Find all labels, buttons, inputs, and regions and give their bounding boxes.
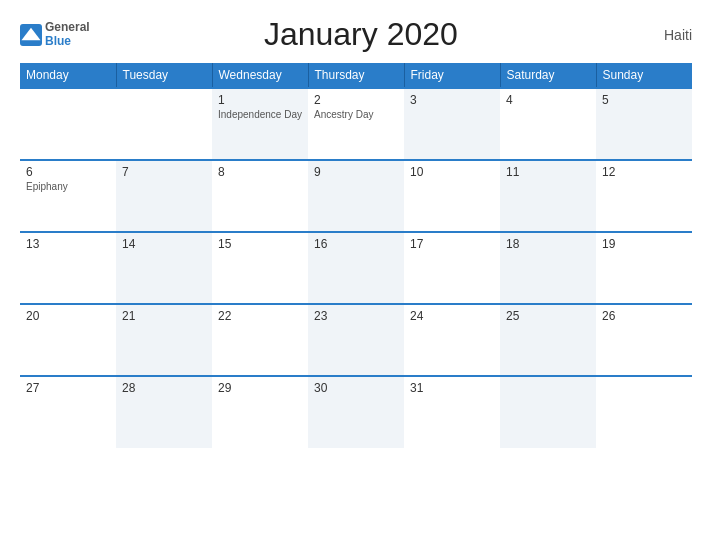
day-header-tuesday: Tuesday bbox=[116, 63, 212, 88]
day-number: 3 bbox=[410, 93, 494, 107]
day-cell bbox=[596, 376, 692, 448]
day-header-thursday: Thursday bbox=[308, 63, 404, 88]
day-number: 5 bbox=[602, 93, 686, 107]
day-cell: 8 bbox=[212, 160, 308, 232]
day-number: 24 bbox=[410, 309, 494, 323]
day-number: 25 bbox=[506, 309, 590, 323]
day-cell: 17 bbox=[404, 232, 500, 304]
day-number: 6 bbox=[26, 165, 110, 179]
day-number: 2 bbox=[314, 93, 398, 107]
day-number: 13 bbox=[26, 237, 110, 251]
month-title: January 2020 bbox=[90, 16, 632, 53]
day-number: 4 bbox=[506, 93, 590, 107]
days-header-row: MondayTuesdayWednesdayThursdayFridaySatu… bbox=[20, 63, 692, 88]
day-number: 21 bbox=[122, 309, 206, 323]
day-number: 17 bbox=[410, 237, 494, 251]
week-row-5: 2728293031 bbox=[20, 376, 692, 448]
day-number: 30 bbox=[314, 381, 398, 395]
day-cell bbox=[116, 88, 212, 160]
day-number: 9 bbox=[314, 165, 398, 179]
day-cell: 10 bbox=[404, 160, 500, 232]
day-number: 22 bbox=[218, 309, 302, 323]
day-cell: 1Independence Day bbox=[212, 88, 308, 160]
day-number: 12 bbox=[602, 165, 686, 179]
day-cell: 15 bbox=[212, 232, 308, 304]
day-cell: 21 bbox=[116, 304, 212, 376]
day-number: 1 bbox=[218, 93, 302, 107]
day-header-friday: Friday bbox=[404, 63, 500, 88]
day-cell: 28 bbox=[116, 376, 212, 448]
day-cell: 19 bbox=[596, 232, 692, 304]
day-number: 8 bbox=[218, 165, 302, 179]
day-number: 7 bbox=[122, 165, 206, 179]
day-header-sunday: Sunday bbox=[596, 63, 692, 88]
day-number: 26 bbox=[602, 309, 686, 323]
day-cell: 22 bbox=[212, 304, 308, 376]
day-cell: 20 bbox=[20, 304, 116, 376]
day-number: 20 bbox=[26, 309, 110, 323]
day-cell: 6Epiphany bbox=[20, 160, 116, 232]
day-number: 19 bbox=[602, 237, 686, 251]
logo-blue-text: Blue bbox=[45, 35, 90, 48]
day-number: 29 bbox=[218, 381, 302, 395]
day-number: 11 bbox=[506, 165, 590, 179]
day-cell: 9 bbox=[308, 160, 404, 232]
day-cell: 4 bbox=[500, 88, 596, 160]
header: General Blue January 2020 Haiti bbox=[20, 16, 692, 53]
day-header-saturday: Saturday bbox=[500, 63, 596, 88]
holiday-label: Epiphany bbox=[26, 181, 110, 192]
day-header-monday: Monday bbox=[20, 63, 116, 88]
day-cell: 7 bbox=[116, 160, 212, 232]
week-row-3: 13141516171819 bbox=[20, 232, 692, 304]
day-cell: 2Ancestry Day bbox=[308, 88, 404, 160]
day-cell: 13 bbox=[20, 232, 116, 304]
logo: General Blue bbox=[20, 21, 90, 47]
day-cell: 18 bbox=[500, 232, 596, 304]
day-cell: 11 bbox=[500, 160, 596, 232]
day-number: 28 bbox=[122, 381, 206, 395]
day-number: 16 bbox=[314, 237, 398, 251]
day-cell: 30 bbox=[308, 376, 404, 448]
day-cell: 24 bbox=[404, 304, 500, 376]
day-cell: 14 bbox=[116, 232, 212, 304]
day-cell: 26 bbox=[596, 304, 692, 376]
day-cell: 25 bbox=[500, 304, 596, 376]
day-cell: 16 bbox=[308, 232, 404, 304]
day-number: 31 bbox=[410, 381, 494, 395]
week-row-1: 1Independence Day2Ancestry Day345 bbox=[20, 88, 692, 160]
day-number: 27 bbox=[26, 381, 110, 395]
logo-icon bbox=[20, 24, 42, 46]
day-cell: 23 bbox=[308, 304, 404, 376]
calendar-page: General Blue January 2020 Haiti MondayTu… bbox=[0, 0, 712, 550]
day-number: 15 bbox=[218, 237, 302, 251]
logo-general-text: General bbox=[45, 21, 90, 34]
day-number: 10 bbox=[410, 165, 494, 179]
day-cell bbox=[20, 88, 116, 160]
day-cell bbox=[500, 376, 596, 448]
day-header-wednesday: Wednesday bbox=[212, 63, 308, 88]
week-row-4: 20212223242526 bbox=[20, 304, 692, 376]
holiday-label: Independence Day bbox=[218, 109, 302, 120]
country-label: Haiti bbox=[632, 27, 692, 43]
calendar-table: MondayTuesdayWednesdayThursdayFridaySatu… bbox=[20, 63, 692, 448]
day-number: 23 bbox=[314, 309, 398, 323]
day-cell: 12 bbox=[596, 160, 692, 232]
day-cell: 27 bbox=[20, 376, 116, 448]
day-cell: 29 bbox=[212, 376, 308, 448]
day-number: 18 bbox=[506, 237, 590, 251]
day-cell: 5 bbox=[596, 88, 692, 160]
week-row-2: 6Epiphany789101112 bbox=[20, 160, 692, 232]
day-cell: 31 bbox=[404, 376, 500, 448]
day-number: 14 bbox=[122, 237, 206, 251]
holiday-label: Ancestry Day bbox=[314, 109, 398, 120]
day-cell: 3 bbox=[404, 88, 500, 160]
